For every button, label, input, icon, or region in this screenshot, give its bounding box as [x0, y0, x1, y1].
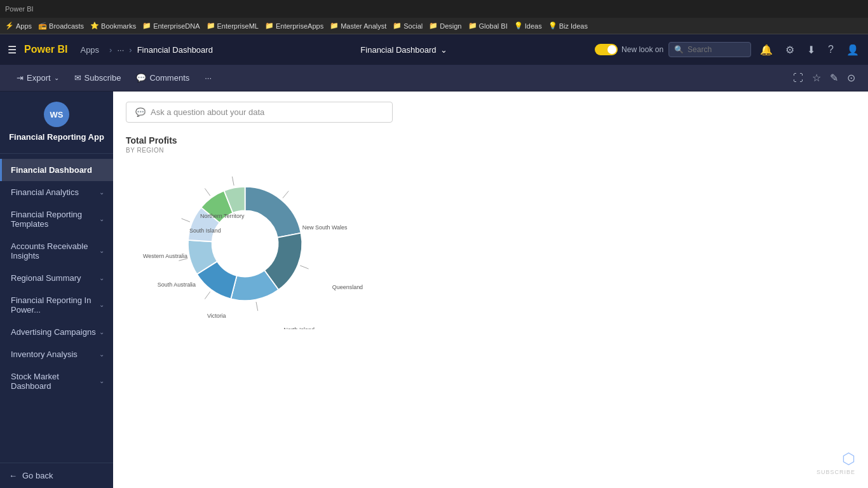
comments-button[interactable]: 💬 Comments [130, 69, 196, 86]
notification-icon[interactable]: 🔔 [756, 41, 776, 58]
qa-icon: 💬 [135, 107, 146, 117]
donut-label-line [300, 266, 308, 269]
donut-label-text: Queensland [332, 284, 363, 290]
sidebar-item-label: Advertising Campaigns [11, 327, 99, 337]
sidebar-item-accounts-receivable-insights[interactable]: Accounts Receivable Insights⌄ [0, 235, 113, 267]
sidebar-item-label: Stock Market Dashboard [11, 372, 99, 391]
fullscreen-icon[interactable]: ⛶ [790, 70, 806, 86]
pbi-top-nav: ☰ Power BI Apps › ··· › Financial Dashbo… [0, 34, 868, 65]
sidebar-app-title: Financial Reporting App [9, 132, 104, 143]
bookmark-item[interactable]: 📁Master Analyst [330, 22, 386, 30]
user-icon[interactable]: 👤 [843, 41, 863, 58]
sidebar-item-financial-dashboard[interactable]: Financial Dashboard [0, 159, 113, 181]
export-icon: ⇥ [17, 73, 24, 83]
chart-subtitle: BY REGION [126, 147, 855, 154]
donut-label-line [232, 177, 234, 186]
report-title-dropdown[interactable]: Financial Dashboard ⌄ [360, 45, 447, 55]
chevron-down-icon: ⌄ [99, 329, 104, 336]
comments-icon: 💬 [136, 73, 146, 83]
power-bi-logo: Power BI [24, 44, 67, 55]
watermark: ⬡ SUBSCRIBE [817, 450, 855, 475]
donut-segment-new-south-wales[interactable] [245, 187, 301, 238]
chevron-down-icon: ⌄ [99, 377, 104, 384]
subscribe-button[interactable]: ✉ Subscribe [68, 69, 128, 86]
donut-label-text: South Island [189, 227, 221, 234]
more-options-button[interactable]: ··· [198, 69, 218, 86]
sidebar-item-label: Regional Summary [11, 273, 99, 283]
sidebar-item-financial-analytics[interactable]: Financial Analytics⌄ [0, 181, 113, 203]
bookmark-item[interactable]: ⭐Bookmarks [90, 22, 136, 30]
breadcrumb-sep-2: › [129, 45, 132, 55]
bookmark-folder-icon: 📁 [330, 22, 339, 30]
content-area: 💬 Ask a question about your data Total P… [113, 92, 868, 488]
bookmark-folder-icon: 📁 [468, 22, 477, 30]
settings-icon[interactable]: ⚙ [782, 41, 798, 58]
sidebar-nav: Financial DashboardFinancial Analytics⌄F… [0, 154, 113, 463]
bookmark-item[interactable]: 📁Social [393, 22, 423, 30]
watermark-text: SUBSCRIBE [817, 469, 855, 475]
donut-label-line [182, 219, 190, 222]
bookmark-item[interactable]: 📁Global BI [468, 22, 508, 30]
bookmark-folder-icon: 📁 [142, 22, 151, 30]
sidebar-item-regional-summary[interactable]: Regional Summary⌄ [0, 267, 113, 289]
sidebar-item-label: Accounts Receivable Insights [11, 241, 99, 261]
bookmark-icon[interactable]: ☆ [810, 69, 824, 86]
sidebar-item-stock-market-dashboard[interactable]: Stock Market Dashboard⌄ [0, 365, 113, 397]
sidebar-item-inventory-analysis[interactable]: Inventory Analysis⌄ [0, 343, 113, 365]
pbi-subnav: ⇥ Export ⌄ ✉ Subscribe 💬 Comments ··· ⛶ … [0, 65, 868, 92]
sidebar-item-label: Financial Dashboard [11, 165, 104, 175]
bookmark-folder-icon: ⚡ [5, 22, 14, 30]
bookmark-item[interactable]: 📁EnterpriseML [207, 22, 259, 30]
search-box[interactable]: 🔍 [668, 42, 751, 57]
donut-label-text: Northern Territory [200, 213, 245, 219]
chevron-down-icon: ⌄ [99, 215, 104, 222]
bookmark-item[interactable]: 📁EnterpriseDNA [142, 22, 200, 30]
download-icon[interactable]: ⬇ [803, 41, 819, 58]
help-icon[interactable]: ? [824, 41, 837, 58]
browser-bar: Power BI [0, 0, 868, 18]
bookmark-item[interactable]: 💡Ideas [514, 22, 542, 30]
chevron-down-icon: ⌄ [99, 247, 104, 254]
bookmark-item[interactable]: 💡Biz Ideas [548, 22, 588, 30]
donut-label-text: North Island [284, 327, 315, 329]
search-input[interactable] [688, 45, 738, 54]
browser-tab[interactable]: Power BI [5, 5, 34, 13]
donut-label-text: South Australia [158, 281, 196, 288]
qa-placeholder-text: Ask a question about your data [151, 107, 264, 117]
sidebar-item-financial-reporting-in-power[interactable]: Financial Reporting In Power...⌄ [0, 289, 113, 321]
hamburger-menu-icon[interactable]: ☰ [5, 41, 19, 58]
avatar: WS [44, 102, 69, 127]
new-look-label: New look on [621, 45, 663, 54]
overflow-icon[interactable]: ⊙ [844, 69, 858, 86]
qa-bar[interactable]: 💬 Ask a question about your data [126, 102, 393, 123]
watermark-icon: ⬡ [842, 450, 855, 468]
go-back-label: Go back [22, 471, 53, 480]
sidebar-item-label: Financial Reporting In Power... [11, 295, 99, 315]
bookmark-bar: ⚡Apps📻Broadcasts⭐Bookmarks📁EnterpriseDNA… [0, 18, 868, 34]
subnav-right-icons: ⛶ ☆ ✎ ⊙ [790, 69, 858, 86]
sidebar-item-financial-reporting-templates[interactable]: Financial Reporting Templates⌄ [0, 203, 113, 235]
breadcrumb-ellipsis[interactable]: ··· [117, 45, 124, 55]
go-back-button[interactable]: ← Go back [0, 463, 113, 488]
bookmark-item[interactable]: 📻Broadcasts [38, 22, 84, 30]
main-wrapper: WS Financial Reporting App Financial Das… [0, 92, 868, 488]
bookmark-item[interactable]: ⚡Apps [5, 22, 32, 30]
donut-label-line [256, 302, 258, 311]
donut-label-text: Victoria [207, 313, 226, 319]
edit-icon[interactable]: ✎ [827, 69, 841, 86]
sidebar-item-label: Financial Reporting Templates [11, 210, 99, 229]
bookmark-folder-icon: 📁 [265, 22, 274, 30]
new-look-toggle[interactable] [595, 44, 618, 55]
donut-label-line [205, 292, 210, 299]
bookmark-folder-icon: 💡 [514, 22, 523, 30]
sidebar-item-advertising-campaigns[interactable]: Advertising Campaigns⌄ [0, 321, 113, 343]
bookmark-item[interactable]: 📁EnterpriseApps [265, 22, 323, 30]
donut-chart-container: New South WalesQueenslandNorth IslandVic… [126, 164, 393, 329]
apps-button[interactable]: Apps [75, 43, 104, 57]
new-look-toggle-container: New look on [595, 44, 663, 55]
breadcrumb-page: Financial Dashboard [137, 45, 213, 55]
export-button[interactable]: ⇥ Export ⌄ [10, 69, 65, 86]
bookmark-item[interactable]: 📁Design [429, 22, 461, 30]
chevron-down-icon: ⌄ [99, 189, 104, 196]
bookmark-folder-icon: 📁 [429, 22, 438, 30]
